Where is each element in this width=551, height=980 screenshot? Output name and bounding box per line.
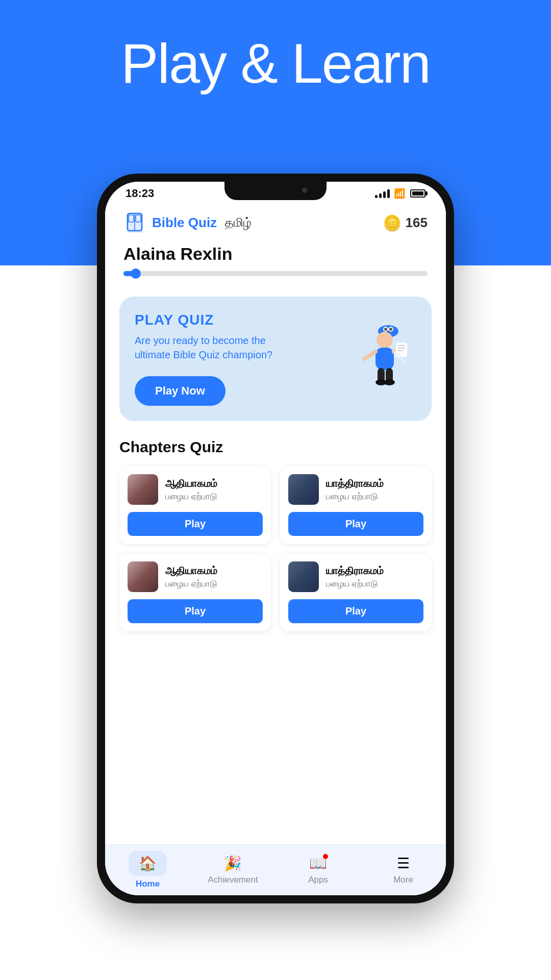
chapters-section: Chapters Quiz ஆதியாகமம் பழைய ஏற்பாடு — [105, 433, 446, 636]
svg-line-13 — [364, 352, 375, 359]
status-time: 18:23 — [126, 187, 154, 200]
chapters-grid: ஆதியாகமம் பழைய ஏற்பாடு Play — [119, 466, 432, 631]
play-now-button[interactable]: Play Now — [135, 376, 226, 406]
chapter-thumb-1 — [128, 474, 158, 505]
achievement-icon: 🎉 — [224, 855, 242, 872]
play-quiz-card[interactable]: PLAY QUIZ Are you ready to become the ul… — [119, 297, 432, 421]
chapters-title: Chapters Quiz — [119, 438, 432, 456]
chapter-play-btn-1[interactable]: Play — [128, 512, 263, 536]
chapter-thumb-2 — [288, 474, 319, 505]
chapter-thumb-4 — [288, 561, 319, 592]
nav-home-label: Home — [136, 879, 160, 889]
app-title: Bible Quiz — [152, 215, 217, 231]
wifi-icon: 📶 — [394, 188, 405, 199]
status-icons: 📶 — [375, 188, 425, 199]
chapter-sub-1: பழைய ஏற்பாடு — [165, 492, 217, 502]
phone-mockup: 18:23 📶 — [97, 174, 454, 903]
chapter-thumb-3 — [128, 561, 158, 592]
chapter-sub-2: பழைய ஏற்பாடு — [326, 492, 384, 502]
notch-camera — [302, 188, 307, 193]
nav-home-icon-bg: 🏠 — [129, 851, 167, 876]
nav-item-achievement[interactable]: 🎉 Achievement — [190, 855, 276, 885]
svg-point-11 — [377, 332, 393, 348]
chapter-name-1: ஆதியாகமம் — [165, 478, 217, 489]
chapter-card-2: யாத்திராகமம் பழைய ஏற்பாடு Play — [280, 466, 432, 544]
chapter-card-top-1: ஆதியாகமம் பழைய ஏற்பாடு — [128, 474, 263, 505]
svg-point-22 — [384, 379, 395, 385]
progress-bar — [123, 271, 428, 276]
apps-icon-wrapper: 📖 — [309, 855, 327, 872]
chapter-card-top-4: யாத்திராகமம் பழைய ஏற்பாடு — [288, 561, 423, 592]
chapter-info-2: யாத்திராகமம் பழைய ஏற்பாடு — [326, 478, 384, 502]
nav-item-more[interactable]: ☰ More — [361, 855, 446, 885]
chapter-info-4: யாத்திராகமம் பழைய ஏற்பாடு — [326, 565, 384, 589]
chapter-sub-4: பழைய ஏற்பாடு — [326, 579, 384, 589]
bible-icon — [123, 211, 146, 234]
apps-notification-dot — [323, 854, 328, 859]
character-illustration — [345, 312, 416, 394]
chapter-card-top-3: ஆதியாகமம் பழைய ஏற்பாடு — [128, 561, 263, 592]
app-subtitle: தமிழ் — [225, 215, 252, 230]
chapter-play-btn-4[interactable]: Play — [288, 599, 423, 623]
phone-notch — [224, 182, 327, 200]
chapter-info-1: ஆதியாகமம் பழைய ஏற்பாடு — [165, 478, 217, 502]
more-icon: ☰ — [397, 855, 410, 872]
chapter-card-1: ஆதியாகமம் பழைய ஏற்பாடு Play — [119, 466, 271, 544]
nav-item-home[interactable]: 🏠 Home — [105, 851, 190, 889]
coins-area: 🪙 165 — [383, 214, 428, 232]
progress-fill — [123, 271, 136, 276]
app-header: Bible Quiz தமிழ் 🪙 165 — [105, 203, 446, 240]
chapter-sub-3: பழைய ஏற்பாடு — [165, 579, 217, 589]
chapter-info-3: ஆதியாகமம் பழைய ஏற்பாடு — [165, 565, 217, 589]
battery-icon — [410, 189, 425, 198]
bottom-nav: 🏠 Home 🎉 Achievement 📖 Apps — [105, 844, 446, 895]
phone-outer: 18:23 📶 — [97, 174, 454, 903]
nav-item-apps[interactable]: 📖 Apps — [276, 855, 361, 885]
play-quiz-description: Are you ready to become the ultimate Bib… — [135, 333, 278, 362]
app-logo-area: Bible Quiz தமிழ் — [123, 211, 252, 234]
nav-achievement-label: Achievement — [208, 875, 258, 885]
chapter-card-4: யாத்திராகமம் பழைய ஏற்பாடு Play — [280, 553, 432, 631]
nav-more-label: More — [393, 875, 413, 885]
chapter-card-top-2: யாத்திராகமம் பழைய ஏற்பாடு — [288, 474, 423, 505]
svg-point-9 — [384, 328, 387, 331]
play-quiz-content: PLAY QUIZ Are you ready to become the ul… — [135, 312, 278, 406]
main-title: Play & Learn — [0, 31, 551, 95]
svg-rect-12 — [375, 348, 394, 370]
phone-inner: 18:23 📶 — [105, 182, 446, 895]
svg-point-10 — [389, 328, 392, 331]
nav-apps-label: Apps — [308, 875, 328, 885]
chapter-name-2: யாத்திராகமம் — [326, 478, 384, 489]
chapter-play-btn-2[interactable]: Play — [288, 512, 423, 536]
app-content: Bible Quiz தமிழ் 🪙 165 Alaina Rexlin — [105, 203, 446, 891]
chapter-card-3: ஆதியாகமம் பழைய ஏற்பாடு Play — [119, 553, 271, 631]
coin-icon: 🪙 — [383, 214, 402, 232]
signal-icon — [375, 189, 390, 198]
chapter-name-3: ஆதியாகமம் — [165, 565, 217, 577]
chapter-name-4: யாத்திராகமம் — [326, 565, 384, 577]
user-name: Alaina Rexlin — [123, 244, 428, 264]
chapter-play-btn-3[interactable]: Play — [128, 599, 263, 623]
home-icon: 🏠 — [139, 855, 157, 871]
play-quiz-title: PLAY QUIZ — [135, 312, 278, 328]
coin-count: 165 — [406, 215, 428, 231]
progress-dot — [131, 268, 141, 279]
user-section: Alaina Rexlin — [105, 240, 446, 284]
